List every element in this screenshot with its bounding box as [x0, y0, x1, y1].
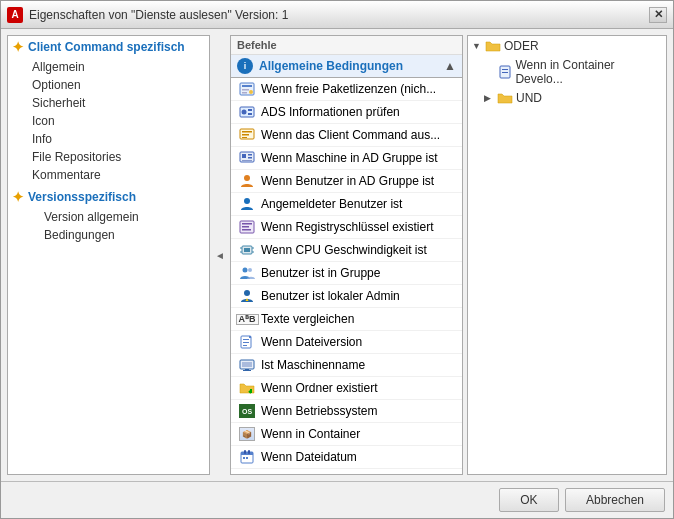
list-item-label: Wenn Dateiversion: [261, 335, 362, 349]
list-item[interactable]: Wenn Ordner existiert: [231, 377, 462, 400]
cpu-icon: [239, 242, 255, 258]
right-panel: ▼ ODER Wenn in Container Develo... ▶: [467, 35, 667, 475]
bottom-bar: OK Abbrechen: [1, 481, 673, 518]
middle-panel-section-label: Befehle: [231, 36, 462, 55]
svg-rect-7: [248, 109, 252, 111]
user-blue-icon: [239, 196, 255, 212]
list-item[interactable]: Wenn Maschine in AD Gruppe ist: [231, 147, 462, 170]
close-button[interactable]: ✕: [649, 7, 667, 23]
sidebar-item-bedingungen[interactable]: Bedingungen: [8, 226, 209, 244]
ads-icon: [239, 104, 255, 120]
list-item-label: Wenn RAM Kapazität: [261, 473, 376, 474]
svg-point-31: [248, 268, 252, 272]
svg-rect-12: [242, 137, 247, 138]
sidebar-item-label: Version allgemein: [44, 210, 139, 224]
sidebar-item-info[interactable]: Info: [8, 130, 209, 148]
folder-exists-icon: [239, 380, 255, 396]
sidebar-item-icon[interactable]: Icon: [8, 112, 209, 130]
list-item-label: Benutzer ist in Gruppe: [261, 266, 380, 280]
list-item[interactable]: Wenn Dateiversion: [231, 331, 462, 354]
list-item[interactable]: ADS Informationen prüfen: [231, 101, 462, 124]
middle-panel-header: i Allgemeine Bedingungen ▲: [231, 55, 462, 78]
svg-point-32: [244, 290, 250, 296]
svg-point-6: [242, 110, 247, 115]
list-item[interactable]: Ist Maschinenname: [231, 354, 462, 377]
list-item[interactable]: Angemeldeter Benutzer ist: [231, 193, 462, 216]
list-item-label: Wenn Ordner existiert: [261, 381, 378, 395]
tree-item-und[interactable]: ▶ UND: [468, 88, 666, 108]
list-item[interactable]: Benutzer ist lokaler Admin: [231, 285, 462, 308]
tree-item-wenn-container[interactable]: Wenn in Container Develo...: [468, 56, 666, 88]
tree-item-oder[interactable]: ▼ ODER: [468, 36, 666, 56]
user-orange-icon: [239, 173, 255, 189]
list-item-label: Wenn Dateidatum: [261, 450, 357, 464]
cancel-button[interactable]: Abbrechen: [565, 488, 665, 512]
svg-rect-42: [243, 370, 251, 371]
svg-rect-11: [242, 134, 249, 136]
window-title: Eigenschaften von "Dienste auslesen" Ver…: [29, 8, 288, 22]
svg-line-44: [249, 391, 251, 393]
text-ab-icon: AᴮB: [239, 311, 255, 327]
list-item[interactable]: 📦 Wenn in Container: [231, 423, 462, 446]
svg-point-18: [244, 175, 250, 181]
svg-rect-36: [243, 339, 249, 340]
svg-point-30: [243, 268, 248, 273]
file-date-icon: [239, 449, 255, 465]
sidebar-item-file-repositories[interactable]: File Repositories: [8, 148, 209, 166]
license-icon: [239, 81, 255, 97]
list-item[interactable]: Wenn RAM Kapazität: [231, 469, 462, 474]
svg-marker-35: [249, 336, 251, 338]
list-item[interactable]: OS Wenn Betriebssystem: [231, 400, 462, 423]
app-icon: A: [7, 7, 23, 23]
svg-rect-48: [248, 450, 250, 454]
list-item[interactable]: Benutzer ist in Gruppe: [231, 262, 462, 285]
list-item[interactable]: Wenn Registryschlüssel existiert: [231, 216, 462, 239]
list-item[interactable]: Wenn Dateidatum: [231, 446, 462, 469]
left-panel: ✦ Client Command spezifisch Allgemein Op…: [7, 35, 210, 475]
sidebar-item-optionen[interactable]: Optionen: [8, 76, 209, 94]
registry-icon: [239, 219, 255, 235]
ok-button[interactable]: OK: [499, 488, 559, 512]
chevron-up-icon[interactable]: ▲: [444, 59, 456, 73]
sidebar-item-label: Info: [32, 132, 52, 146]
list-item[interactable]: Wenn CPU Geschwindigkeit ist: [231, 239, 462, 262]
sidebar-item-kommentare[interactable]: Kommentare: [8, 166, 209, 184]
sidebar-item-sicherheit[interactable]: Sicherheit: [8, 94, 209, 112]
machine-name-icon: [239, 357, 255, 373]
list-item[interactable]: Wenn das Client Command aus...: [231, 124, 462, 147]
svg-rect-8: [248, 113, 252, 115]
svg-rect-17: [242, 160, 252, 161]
allgemeine-bedingungen-icon: i: [237, 58, 253, 74]
list-item-label: Angemeldeter Benutzer ist: [261, 197, 402, 211]
list-item-label: ADS Informationen prüfen: [261, 105, 400, 119]
list-item[interactable]: Wenn Benutzer in AD Gruppe ist: [231, 170, 462, 193]
svg-rect-3: [242, 92, 247, 94]
folder-icon-oder: [485, 38, 501, 54]
list-item-label: Wenn Registryschlüssel existiert: [261, 220, 434, 234]
list-item-label: Ist Maschinenname: [261, 358, 365, 372]
sidebar-item-versionsspezifisch[interactable]: ✦ Versionsspezifisch: [8, 186, 209, 208]
svg-rect-38: [243, 345, 247, 346]
list-item-label: Texte vergleichen: [261, 312, 354, 326]
sidebar-item-version-allgemein[interactable]: Version allgemein: [8, 208, 209, 226]
tree-arrow-icon: ▼: [472, 41, 482, 51]
doc-icon-wenn-container: [497, 64, 513, 80]
svg-rect-50: [246, 457, 248, 459]
svg-rect-49: [243, 457, 245, 459]
svg-rect-15: [248, 154, 252, 156]
sidebar-item-allgemein[interactable]: Allgemein: [8, 58, 209, 76]
left-panel-header[interactable]: ✦ Client Command spezifisch: [8, 36, 209, 58]
sidebar-item-label: Bedingungen: [44, 228, 115, 242]
collapse-panel-arrow[interactable]: ◄: [214, 35, 226, 475]
list-item[interactable]: AᴮB Texte vergleichen: [231, 308, 462, 331]
list-item[interactable]: Wenn freie Paketlizenzen (nich...: [231, 78, 462, 101]
client-icon: [239, 127, 255, 143]
tree-node-label: ODER: [504, 39, 539, 53]
user-group-icon: [239, 265, 255, 281]
ram-icon: [239, 472, 255, 474]
sidebar-item-label: Sicherheit: [32, 96, 85, 110]
svg-point-4: [249, 90, 253, 94]
tree-node-label: UND: [516, 91, 542, 105]
title-bar-left: A Eigenschaften von "Dienste auslesen" V…: [7, 7, 288, 23]
middle-panel: Befehle i Allgemeine Bedingungen ▲ Wenn …: [230, 35, 463, 475]
